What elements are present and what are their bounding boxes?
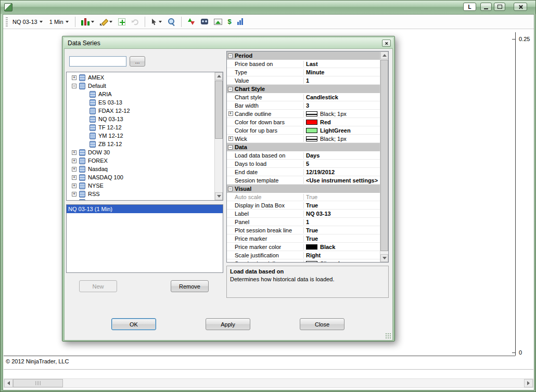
- expand-icon[interactable]: +: [228, 136, 233, 141]
- instrument-browse-button[interactable]: ...: [130, 56, 145, 67]
- expand-icon[interactable]: +: [72, 150, 76, 155]
- tree-item-amex[interactable]: +AMEX: [67, 73, 214, 82]
- collapse-icon[interactable]: −: [228, 87, 233, 92]
- collapse-icon[interactable]: −: [228, 145, 233, 150]
- property-value[interactable]: Last: [303, 61, 380, 67]
- expand-icon[interactable]: +: [72, 175, 76, 180]
- scroll-up-button[interactable]: [215, 72, 223, 80]
- drawing-tools-button[interactable]: [98, 16, 114, 28]
- price-axis[interactable]: [515, 32, 516, 356]
- property-row-color-for-down-bars[interactable]: Color for down barsRed: [227, 118, 380, 126]
- selected-series-item[interactable]: NQ 03-13 (1 Min): [67, 205, 223, 213]
- property-row-price-marker-color[interactable]: Price marker colorBlack: [227, 243, 380, 251]
- property-value[interactable]: Black: [303, 244, 380, 250]
- toolbar-grip[interactable]: [6, 17, 8, 27]
- scrollbar-thumb[interactable]: [380, 60, 388, 251]
- property-value[interactable]: <Use instrument settings>: [303, 177, 380, 184]
- property-row-auto-scale[interactable]: Auto scaleTrue: [227, 193, 380, 201]
- scroll-up-button[interactable]: [380, 51, 388, 59]
- tree-item-aria[interactable]: ARIA: [67, 90, 214, 98]
- tree-item-ym-12-12[interactable]: YM 12-12: [67, 132, 214, 140]
- property-value[interactable]: True: [303, 202, 380, 208]
- scroll-down-button[interactable]: [215, 192, 223, 200]
- resize-grip[interactable]: [385, 332, 391, 339]
- property-value[interactable]: Minute: [303, 69, 380, 75]
- instrument-search-input[interactable]: [69, 56, 126, 67]
- minimize-button[interactable]: [480, 3, 492, 11]
- property-grid[interactable]: −PeriodPrice based onLastTypeMinuteValue…: [226, 51, 389, 263]
- collapse-icon[interactable]: −: [228, 187, 233, 191]
- property-value[interactable]: 1: [303, 77, 380, 84]
- tree-item-tf-12-12[interactable]: TF 12-12: [67, 123, 214, 132]
- property-row-panel[interactable]: Panel1: [227, 218, 380, 226]
- property-row-value[interactable]: Value1: [227, 76, 380, 85]
- property-value[interactable]: Right: [303, 252, 380, 258]
- expand-icon[interactable]: +: [228, 111, 233, 116]
- property-row-display-in-data-box[interactable]: Display in Data BoxTrue: [227, 201, 380, 210]
- dialog-titlebar[interactable]: Data Series: [64, 38, 393, 48]
- tree-scrollbar[interactable]: [214, 72, 223, 200]
- expand-icon[interactable]: +: [72, 184, 76, 188]
- property-value[interactable]: LightGreen: [303, 127, 380, 134]
- property-value[interactable]: Silver; 1px: [303, 260, 380, 263]
- chart-style-button[interactable]: [80, 16, 96, 28]
- property-value[interactable]: Black; 1px: [303, 111, 380, 117]
- property-value[interactable]: Candlestick: [303, 94, 380, 100]
- scrollbar-thumb[interactable]: [13, 379, 63, 387]
- tree-item-forex[interactable]: +FOREX: [67, 156, 214, 165]
- maximize-button[interactable]: [494, 3, 505, 11]
- tree-item-nasdaq-100[interactable]: +NASDAQ 100: [67, 173, 214, 181]
- instrument-tree[interactable]: +AMEX−DefaultARIAES 03-13FDAX 12-12NQ 03…: [66, 72, 223, 201]
- collapse-icon[interactable]: −: [72, 84, 76, 88]
- property-row-bar-width[interactable]: Bar width3: [227, 101, 380, 110]
- ok-button[interactable]: OK: [111, 318, 156, 330]
- property-row-plot-session-break-line[interactable]: Plot session break lineTrue: [227, 226, 380, 234]
- expand-icon[interactable]: +: [72, 159, 76, 163]
- property-row-price-marker[interactable]: Price markerTrue: [227, 234, 380, 243]
- property-category-period[interactable]: −Period: [227, 51, 380, 60]
- scroll-down-button[interactable]: [380, 254, 388, 262]
- property-row-session-template[interactable]: Session template<Use instrument settings…: [227, 176, 380, 185]
- expand-icon[interactable]: +: [72, 192, 76, 197]
- collapse-icon[interactable]: −: [228, 54, 233, 58]
- property-value[interactable]: 12/19/2012: [303, 169, 380, 175]
- property-value[interactable]: Days: [303, 152, 380, 159]
- scroll-right-button[interactable]: [524, 379, 533, 387]
- property-value[interactable]: NQ 03-13: [303, 211, 380, 217]
- scrollbar-thumb[interactable]: [215, 81, 223, 139]
- property-row-scale-justification[interactable]: Scale justificationRight: [227, 251, 380, 259]
- expand-icon[interactable]: +: [72, 200, 76, 201]
- property-row-end-date[interactable]: End date12/19/2012: [227, 168, 380, 176]
- property-value[interactable]: True: [303, 194, 380, 200]
- property-row-wick[interactable]: +WickBlack; 1px: [227, 135, 380, 143]
- property-row-days-to-load[interactable]: Days to load5: [227, 160, 380, 168]
- tree-item-rss[interactable]: +RSS: [67, 190, 214, 198]
- property-row-label[interactable]: LabelNQ 03-13: [227, 210, 380, 218]
- market-analyzer-button[interactable]: [199, 16, 210, 28]
- titlebar[interactable]: L: [1, 1, 535, 14]
- apply-button[interactable]: Apply: [206, 318, 250, 330]
- property-row-color-for-up-bars[interactable]: Color for up barsLightGreen: [227, 126, 380, 135]
- tree-item-es-03-13[interactable]: ES 03-13: [67, 98, 214, 107]
- scroll-left-button[interactable]: [4, 379, 13, 387]
- property-value[interactable]: 1: [303, 219, 380, 225]
- expand-icon[interactable]: +: [72, 75, 76, 80]
- interval-selector[interactable]: 1 Min: [47, 17, 71, 27]
- tree-item-dow-30[interactable]: +DOW 30: [67, 148, 214, 156]
- property-value[interactable]: Black; 1px: [303, 136, 380, 142]
- expand-icon[interactable]: +: [72, 167, 76, 172]
- property-row-candle-outline[interactable]: +Candle outlineBlack; 1px: [227, 110, 380, 118]
- tree-item-nyse[interactable]: +NYSE: [67, 181, 214, 190]
- close-button[interactable]: [514, 3, 527, 11]
- chart-snapshot-button[interactable]: [212, 16, 224, 28]
- cursor-tool-button[interactable]: [149, 16, 163, 28]
- add-indicator-button[interactable]: [117, 16, 127, 28]
- tree-item-default[interactable]: −Default: [67, 82, 214, 90]
- property-value[interactable]: True: [303, 227, 380, 233]
- property-row-type[interactable]: TypeMinute: [227, 68, 380, 76]
- property-grid-scrollbar[interactable]: [380, 51, 388, 262]
- property-value[interactable]: Red: [303, 119, 380, 125]
- property-category-data[interactable]: −Data: [227, 143, 380, 151]
- tree-item-nq-03-13[interactable]: NQ 03-13: [67, 115, 214, 123]
- property-value[interactable]: 3: [303, 102, 380, 109]
